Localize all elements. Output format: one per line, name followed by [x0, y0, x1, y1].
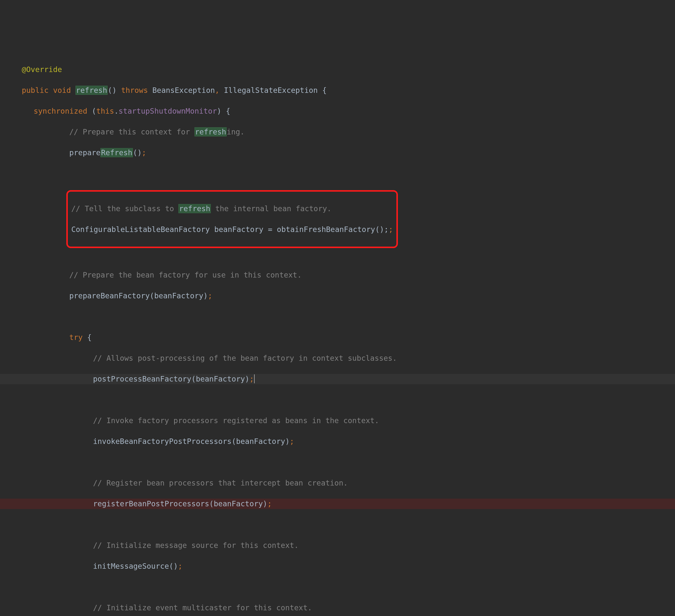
comment-register-bean-processors: // Register bean processors that interce…	[0, 478, 675, 488]
call-postprocessbeanfactory: postProcessBeanFactory(beanFactory);	[0, 374, 675, 384]
keyword-this: this	[96, 107, 114, 115]
text-cursor	[254, 374, 254, 383]
blank-line	[0, 312, 675, 322]
semicolon: ;	[249, 374, 254, 383]
comment-postprocessing: // Allows post-processing of the bean fa…	[0, 353, 675, 363]
code-editor[interactable]: @Override public void refresh() throws B…	[0, 42, 675, 616]
call-registerbeanpostprocessors: registerBeanPostProcessors(beanFactory);	[0, 499, 675, 509]
blank-line	[0, 582, 675, 592]
blank-line	[0, 168, 675, 179]
comment-text: ing.	[227, 128, 244, 136]
comment-text: the internal bean factory.	[211, 204, 331, 213]
comment-init-message-source: // Initialize message source for this co…	[0, 540, 675, 551]
method-parens: ()	[107, 86, 117, 94]
keyword-throws: throws	[121, 86, 148, 94]
keyword-try: try	[69, 333, 83, 342]
method-signature: public void refresh() throws BeansExcept…	[0, 85, 675, 95]
field-startupshutdownmonitor: startupShutdownMonitor	[119, 107, 217, 115]
comment-invoke-factory-processors: // Invoke factory processors registered …	[0, 415, 675, 426]
call-preparerefresh: prepareRefresh();	[0, 148, 675, 158]
method-open-brace: {	[318, 86, 326, 94]
method-call-prefix: prepare	[69, 148, 100, 157]
keyword-synchronized: synchronized	[34, 107, 87, 115]
dot: .	[114, 107, 119, 115]
keyword-void: void	[53, 86, 71, 94]
semicolon: ;	[388, 225, 393, 234]
blank-line	[0, 395, 675, 405]
comment-text: // Initialize message source for this co…	[93, 541, 299, 550]
annotation-line: @Override	[0, 64, 675, 75]
comment-text: // Register bean processors that interce…	[93, 479, 348, 487]
try-open-brace: {	[83, 333, 91, 342]
comment-tell-subclass: // Tell the subclass to refresh the inte…	[71, 204, 393, 214]
semicolon: ;	[142, 148, 146, 157]
semicolon: ;	[178, 562, 182, 570]
keyword-public: public	[22, 86, 49, 94]
comment-text: // Invoke factory processors registered …	[93, 416, 379, 425]
exception-illegalstate: IllegalStateException	[224, 86, 318, 94]
blank-line	[0, 249, 675, 260]
comment-text: // Prepare the bean factory for use in t…	[69, 271, 302, 279]
call-preparebeanfactory: prepareBeanFactory(beanFactory);	[0, 291, 675, 301]
semicolon: ;	[267, 499, 272, 508]
search-highlight-refresh: Refresh	[100, 148, 133, 157]
method-call: registerBeanPostProcessors(beanFactory)	[93, 499, 267, 508]
comment-text: // Allows post-processing of the bean fa…	[93, 354, 397, 362]
call-initmessagesource: initMessageSource();	[0, 561, 675, 571]
comment-prepare-context: // Prepare this context for refreshing.	[0, 127, 675, 137]
method-call: postProcessBeanFactory(beanFactory)	[93, 374, 249, 383]
comment-text: // Prepare this context for	[69, 128, 195, 136]
highlighted-region: // Tell the subclass to refresh the inte…	[66, 190, 398, 248]
comment-text: // Tell the subclass to	[71, 204, 178, 213]
statement-text: ConfigurableListableBeanFactory beanFact…	[71, 225, 388, 234]
search-highlight-refresh: refresh	[195, 127, 227, 136]
semicolon: ;	[290, 437, 294, 446]
method-call: initMessageSource()	[93, 562, 178, 570]
exception-beans: BeansException	[152, 86, 215, 94]
blank-line	[0, 457, 675, 468]
search-highlight-refresh: refresh	[178, 204, 211, 213]
method-call: prepareBeanFactory(beanFactory)	[69, 291, 208, 300]
call-invokebeanfactorypostprocessors: invokeBeanFactoryPostProcessors(beanFact…	[0, 436, 675, 447]
call-obtainfreshbeanfactory: ConfigurableListableBeanFactory beanFact…	[71, 224, 393, 235]
comment-prepare-beanfactory: // Prepare the bean factory for use in t…	[0, 270, 675, 280]
sync-close: ) {	[217, 107, 230, 115]
sync-open-paren: (	[87, 107, 96, 115]
method-name-refresh: refresh	[75, 86, 107, 95]
comment-text: // Initialize event multicaster for this…	[93, 603, 312, 612]
blank-line	[0, 520, 675, 530]
semicolon: ;	[208, 291, 212, 300]
method-call: invokeBeanFactoryPostProcessors(beanFact…	[93, 437, 290, 446]
synchronized-line: synchronized (this.startupShutdownMonito…	[0, 106, 675, 116]
comment-init-multicaster: // Initialize event multicaster for this…	[0, 603, 675, 613]
override-annotation: @Override	[22, 65, 62, 74]
try-line: try {	[0, 332, 675, 343]
